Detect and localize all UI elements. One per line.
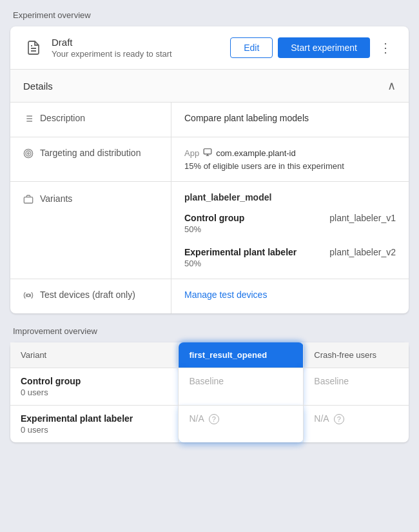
improvement-table-wrapper: Variant first_result_opened Crash-free u… — [10, 342, 409, 442]
experiment-overview-card: Draft Your experiment is ready to start … — [10, 26, 409, 313]
targeting-row: Targeting and distribution App com.examp — [10, 137, 409, 182]
control-first-result-cell: Baseline — [179, 368, 304, 406]
description-label: Description — [10, 103, 171, 137]
variant-experimental-name: Experimental plant labeler — [184, 247, 297, 257]
help-icon-crash-free[interactable]: ? — [334, 414, 344, 424]
control-first-result-value: Baseline — [189, 376, 224, 386]
variants-icon — [23, 194, 34, 207]
variant-control-left: Control group 50% — [184, 213, 244, 234]
svg-point-8 — [24, 149, 32, 157]
experimental-crash-free-value: N/A — [314, 413, 329, 424]
experimental-first-result-value: N/A — [189, 413, 204, 424]
col-header-variant: Variant — [10, 342, 179, 368]
draft-label: Draft — [52, 37, 230, 48]
svg-rect-11 — [204, 149, 211, 154]
app-label: App — [184, 148, 199, 158]
control-crash-free-cell: Baseline — [304, 368, 409, 406]
variants-label-text: Variants — [40, 193, 72, 204]
svg-point-10 — [28, 153, 30, 155]
experimental-variant-name: Experimental plant labeler — [21, 413, 168, 424]
variant-control-row: Control group 50% plant_labeler_v1 — [184, 213, 396, 234]
control-variant-name: Control group — [21, 376, 168, 386]
targeting-app: App com.example.plant-id — [184, 148, 396, 159]
draft-text-block: Draft Your experiment is ready to start — [52, 37, 230, 59]
collapse-button[interactable]: ∧ — [387, 79, 396, 93]
variants-row: Variants plant_labeler_model Control gro… — [10, 182, 409, 279]
targeting-value: App com.example.plant-id 15% of eligible… — [171, 137, 409, 181]
table-row-experimental: Experimental plant labeler 0 users N/A ?… — [10, 406, 409, 443]
variants-label: Variants — [10, 182, 171, 279]
col-header-first-result-label: first_result_opened — [189, 350, 267, 360]
col-header-crash-free: Crash-free users — [304, 342, 409, 368]
draft-subtext: Your experiment is ready to start — [52, 49, 230, 59]
col-header-crash-free-label: Crash-free users — [314, 350, 376, 360]
help-icon-first-result[interactable]: ? — [209, 414, 219, 424]
variant-experimental-pct: 50% — [184, 259, 297, 268]
control-variant-cell: Control group 0 users — [10, 368, 179, 406]
test-devices-row: Test devices (draft only) Manage test de… — [10, 279, 409, 313]
app-icon — [203, 148, 212, 159]
details-section: Details ∧ Des — [10, 70, 409, 313]
test-devices-label: Test devices (draft only) — [10, 279, 171, 313]
draft-banner: Draft Your experiment is ready to start … — [10, 26, 409, 70]
experiment-overview-title: Experiment overview — [10, 10, 409, 20]
targeting-sub: 15% of eligible users are in this experi… — [184, 161, 396, 171]
experimental-first-result-cell: N/A ? — [179, 406, 304, 443]
variants-column-header: plant_labeler_model — [184, 192, 396, 202]
col-header-first-result: first_result_opened — [179, 342, 304, 368]
experimental-variant-cell: Experimental plant labeler 0 users — [10, 406, 179, 443]
manage-test-devices-link[interactable]: Manage test devices — [184, 290, 267, 300]
svg-point-9 — [26, 151, 31, 156]
test-devices-label-text: Test devices (draft only) — [40, 290, 135, 300]
test-devices-icon — [23, 290, 34, 303]
test-devices-value: Manage test devices — [171, 279, 409, 313]
variant-control-pct: 50% — [184, 224, 244, 234]
table-header-row: Variant first_result_opened Crash-free u… — [10, 342, 409, 368]
svg-rect-14 — [24, 197, 32, 203]
experimental-variant-users: 0 users — [21, 425, 168, 435]
description-value: Compare plant labeling models — [171, 103, 409, 137]
description-label-text: Description — [40, 113, 85, 123]
variant-control-value: plant_labeler_v1 — [329, 213, 396, 234]
improvement-overview-card: Variant first_result_opened Crash-free u… — [10, 342, 409, 442]
details-title: Details — [23, 81, 53, 92]
improvement-table: Variant first_result_opened Crash-free u… — [10, 342, 409, 442]
variant-experimental-left: Experimental plant labeler 50% — [184, 247, 297, 268]
experimental-crash-free-cell: N/A ? — [304, 406, 409, 443]
details-header: Details ∧ — [10, 70, 409, 103]
variant-experimental-value: plant_labeler_v2 — [329, 247, 396, 268]
targeting-label: Targeting and distribution — [10, 137, 171, 181]
start-experiment-button[interactable]: Start experiment — [278, 37, 370, 58]
svg-point-15 — [27, 294, 30, 297]
variants-value: plant_labeler_model Control group 50% pl… — [171, 182, 409, 279]
draft-icon — [23, 37, 44, 58]
draft-actions: Edit Start experiment ⋮ — [230, 37, 396, 58]
variant-control-name: Control group — [184, 213, 244, 223]
variant-experimental-row: Experimental plant labeler 50% plant_lab… — [184, 247, 396, 268]
control-variant-users: 0 users — [21, 388, 168, 397]
control-crash-free-value: Baseline — [314, 376, 349, 386]
description-icon — [23, 113, 34, 126]
targeting-icon — [23, 148, 34, 161]
app-id: com.example.plant-id — [216, 148, 296, 158]
table-row-control: Control group 0 users Baseline Baseline — [10, 368, 409, 406]
improvement-overview-title: Improvement overview — [10, 326, 409, 336]
more-options-button[interactable]: ⋮ — [375, 39, 396, 57]
targeting-label-text: Targeting and distribution — [40, 148, 141, 158]
col-header-variant-label: Variant — [21, 350, 46, 360]
edit-button[interactable]: Edit — [230, 37, 273, 58]
description-row: Description Compare plant labeling model… — [10, 103, 409, 137]
